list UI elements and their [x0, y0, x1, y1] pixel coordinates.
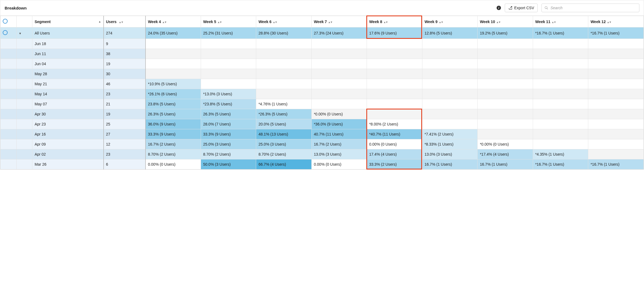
- cell-week-8: [367, 89, 422, 99]
- table-row[interactable]: Jun 0419: [1, 59, 644, 69]
- cell-week-11: [533, 99, 588, 109]
- search-input[interactable]: [550, 5, 636, 10]
- row-checkbox: [1, 149, 17, 159]
- cell-week-5: 25.0% (3 Users): [201, 139, 256, 149]
- row-expand-placeholder: [16, 149, 32, 159]
- cell-week-7: 0.00% (0 Users): [311, 159, 367, 169]
- table-row[interactable]: Apr 232536.0% (9 Users)28.0% (7 Users)20…: [1, 119, 644, 129]
- cell-week-4: 33.3% (9 Users): [145, 129, 201, 139]
- header-week-9[interactable]: Week 9▲▼: [422, 16, 478, 27]
- cell-week-5: 26.3% (5 Users): [201, 109, 256, 119]
- table-row[interactable]: Apr 162733.3% (9 Users)33.3% (9 Users)48…: [1, 129, 644, 139]
- cell-week-12: [588, 79, 644, 89]
- table-row[interactable]: May 2146*10.9% (5 Users): [1, 79, 644, 89]
- row-expand-placeholder: [16, 99, 32, 109]
- cohort-table: Segment ▲ Users ▲▼ Week 4▲▼Week 5▲▼Week …: [0, 16, 644, 169]
- search-field[interactable]: [541, 4, 639, 12]
- cell-week-4: [145, 59, 201, 69]
- table-row[interactable]: Jun 189: [1, 39, 644, 49]
- table-row[interactable]: Mar 2660.00% (0 Users)50.0% (3 Users)66.…: [1, 159, 644, 169]
- cell-week-5: [201, 79, 256, 89]
- header-week-label: Week 6: [258, 20, 271, 24]
- row-expand-toggle[interactable]: ▼: [16, 27, 32, 39]
- cell-week-10: 19.2% (5 Users): [478, 27, 533, 39]
- table-row[interactable]: Jun 1138: [1, 49, 644, 59]
- panel-header: Breakdown i Export CSV: [0, 0, 644, 16]
- cell-week-7: 16.7% (2 Users): [311, 139, 367, 149]
- cell-week-11: *16.7% (1 Users): [533, 159, 588, 169]
- table-row[interactable]: Apr 091216.7% (2 Users)25.0% (3 Users)25…: [1, 139, 644, 149]
- header-week-12[interactable]: Week 12▲▼: [588, 16, 644, 27]
- cell-week-12: [588, 89, 644, 99]
- cell-week-8: [367, 99, 422, 109]
- row-segment-label: All Users: [32, 27, 104, 39]
- table-row[interactable]: Apr 02238.70% (2 Users)8.70% (2 Users)8.…: [1, 149, 644, 159]
- cell-week-7: *0.00% (0 Users): [311, 109, 367, 119]
- row-users-count: 38: [104, 49, 145, 59]
- info-icon[interactable]: i: [497, 6, 501, 10]
- header-expand-col: [16, 16, 32, 27]
- row-checkbox: [1, 109, 17, 119]
- header-week-8[interactable]: Week 8▲▼: [367, 16, 422, 27]
- header-week-5[interactable]: Week 5▲▼: [201, 16, 256, 27]
- row-checkbox: [1, 39, 17, 49]
- cell-week-8: [367, 79, 422, 89]
- row-users-count: 12: [104, 139, 145, 149]
- svg-line-1: [547, 8, 548, 10]
- cell-week-11: [533, 39, 588, 49]
- table-row[interactable]: May 2830: [1, 69, 644, 79]
- header-week-7[interactable]: Week 7▲▼: [311, 16, 367, 27]
- cell-week-5: [201, 69, 256, 79]
- table-row[interactable]: May 072123.8% (5 Users)*23.8% (5 Users)*…: [1, 99, 644, 109]
- cell-week-7: [311, 39, 367, 49]
- row-checkbox[interactable]: [1, 27, 17, 39]
- cell-week-4: 16.7% (2 Users): [145, 139, 201, 149]
- cell-week-4: [145, 69, 201, 79]
- cell-week-11: *16.7% (1 Users): [533, 27, 588, 39]
- header-users[interactable]: Users ▲▼: [104, 16, 145, 27]
- row-checkbox: [1, 49, 17, 59]
- cell-week-7: [311, 89, 367, 99]
- cell-week-11: [533, 129, 588, 139]
- row-segment-label: May 14: [32, 89, 104, 99]
- header-segment[interactable]: Segment ▲: [32, 16, 104, 27]
- cell-week-5: 50.0% (3 Users): [201, 159, 256, 169]
- sort-icon: ▲▼: [496, 21, 500, 24]
- cell-week-6: [256, 39, 312, 49]
- sort-icon: ▲▼: [217, 21, 222, 24]
- cell-week-11: *4.35% (1 Users): [533, 149, 588, 159]
- table-row[interactable]: May 1423*26.1% (6 Users)*13.0% (3 Users): [1, 89, 644, 99]
- table-row[interactable]: Apr 301926.3% (5 Users)26.3% (5 Users)*2…: [1, 109, 644, 119]
- header-week-6[interactable]: Week 6▲▼: [256, 16, 312, 27]
- cell-week-4: [145, 49, 201, 59]
- cell-week-4: *26.1% (6 Users): [145, 89, 201, 99]
- export-csv-button[interactable]: Export CSV: [505, 4, 538, 12]
- panel-title: Breakdown: [5, 6, 497, 10]
- cell-week-10: [478, 49, 533, 59]
- row-users-count: 19: [104, 109, 145, 119]
- header-week-4[interactable]: Week 4▲▼: [145, 16, 201, 27]
- cell-week-4: 0.00% (0 Users): [145, 159, 201, 169]
- cell-week-12: [588, 129, 644, 139]
- table-wrap: Segment ▲ Users ▲▼ Week 4▲▼Week 5▲▼Week …: [0, 16, 644, 169]
- cell-week-7: 13.0% (3 Users): [311, 149, 367, 159]
- cell-week-6: *26.3% (5 Users): [256, 109, 312, 119]
- header-week-10[interactable]: Week 10▲▼: [478, 16, 533, 27]
- cell-week-9: [422, 59, 478, 69]
- cell-week-8: *8.00% (2 Users): [367, 119, 422, 129]
- cell-week-7: [311, 79, 367, 89]
- cell-week-4: *10.9% (5 Users): [145, 79, 201, 89]
- cell-week-12: [588, 149, 644, 159]
- cell-week-10: [478, 79, 533, 89]
- header-checkbox-col[interactable]: [1, 16, 17, 27]
- cell-week-9: [422, 79, 478, 89]
- cell-week-12: [588, 109, 644, 119]
- cell-week-7: [311, 69, 367, 79]
- cell-week-5: 33.3% (9 Users): [201, 129, 256, 139]
- cell-week-9: *7.41% (2 Users): [422, 129, 478, 139]
- row-users-count: 21: [104, 99, 145, 109]
- header-week-11[interactable]: Week 11▲▼: [533, 16, 588, 27]
- cell-week-11: [533, 49, 588, 59]
- row-all-users[interactable]: ▼All Users27424.0% (35 Users)25.2% (31 U…: [1, 27, 644, 39]
- cell-week-12: [588, 99, 644, 109]
